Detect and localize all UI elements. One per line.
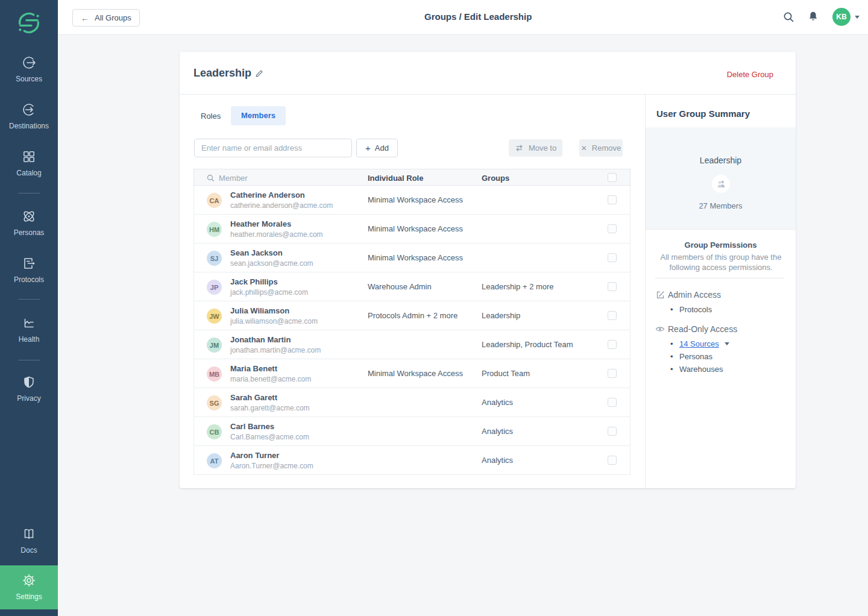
sidebar-item-settings[interactable]: Settings <box>0 565 58 609</box>
avatar: HM <box>207 222 222 237</box>
avatar: AT <box>207 453 222 468</box>
edit-square-icon <box>655 290 665 300</box>
member-groups: Analytics <box>482 427 513 436</box>
row-checkbox[interactable] <box>608 253 617 262</box>
sidebar-item-label: Docs <box>0 546 58 555</box>
row-checkbox[interactable] <box>608 369 617 378</box>
avatar: JM <box>207 338 222 353</box>
sidebar-item-destinations[interactable]: Destinations <box>0 102 58 130</box>
member-filter-search-icon[interactable] <box>207 174 215 184</box>
sidebar-item-label: Settings <box>0 592 58 601</box>
row-checkbox[interactable] <box>608 456 617 465</box>
member-name: Jonathan Martin <box>230 335 291 344</box>
members-group-icon <box>712 175 730 193</box>
sidebar-item-protocols[interactable]: Protocols <box>0 256 58 284</box>
member-name: Aaron Turner <box>230 451 279 460</box>
member-email: Aaron.Turner@acme.com <box>230 462 313 470</box>
permission-item-warehouses: •Warehouses <box>670 365 723 374</box>
summary-group-name: Leadership <box>646 156 796 165</box>
row-checkbox[interactable] <box>608 224 617 233</box>
member-email: heather.morales@acme.com <box>230 230 323 239</box>
row-checkbox[interactable] <box>608 311 617 320</box>
member-groups: Product Team <box>482 369 530 378</box>
sidebar-item-personas[interactable]: Personas <box>0 209 58 237</box>
row-checkbox[interactable] <box>608 340 617 349</box>
delete-group-button[interactable]: Delete Group <box>727 70 773 79</box>
table-row: JP Jack Phillips jack.phillips@acme.com … <box>193 272 631 301</box>
permission-label: Personas <box>679 352 712 361</box>
sidebar-item-label: Personas <box>0 228 58 237</box>
summary-member-count: 27 Members <box>646 201 796 210</box>
table-row: HM Heather Morales heather.morales@acme.… <box>193 215 631 244</box>
user-avatar[interactable]: KB <box>832 8 851 26</box>
edit-group-name-pencil-icon[interactable] <box>254 69 263 80</box>
member-individual-role: Protocols Admin + 2 more <box>368 311 458 320</box>
permission-label: Protocols <box>679 305 712 314</box>
sidebar-item-label: Privacy <box>0 394 58 403</box>
page-title: Groups / Edit Leadership <box>424 11 532 22</box>
select-all-checkbox[interactable] <box>608 173 617 182</box>
member-name: Heather Morales <box>230 219 291 228</box>
member-groups: Analytics <box>482 398 513 407</box>
tab-roles[interactable]: Roles <box>201 112 221 121</box>
search-icon[interactable] <box>783 11 794 25</box>
read-only-access-row: Read-Only Access <box>655 324 737 334</box>
sidebar-item-label: Protocols <box>0 275 58 284</box>
notifications-bell-icon[interactable] <box>808 11 819 25</box>
sidebar-item-catalog[interactable]: Catalog <box>0 149 58 177</box>
column-header-member[interactable]: Member <box>219 174 248 183</box>
user-menu-caret-icon[interactable] <box>855 16 860 19</box>
admin-access-row: Admin Access <box>655 290 721 300</box>
eye-icon <box>655 324 665 334</box>
docs-icon <box>0 526 58 542</box>
row-checkbox[interactable] <box>608 427 617 436</box>
permission-item-14-sources[interactable]: •14 Sources <box>670 339 729 348</box>
row-checkbox[interactable] <box>608 398 617 407</box>
member-search-input[interactable] <box>194 139 352 157</box>
permission-label: Warehouses <box>679 365 723 374</box>
edit-group-card: Leadership Delete Group Roles Members + … <box>180 52 796 488</box>
group-name-title: Leadership <box>193 67 251 80</box>
sidebar: SourcesDestinationsCatalogPersonasProtoc… <box>0 0 58 616</box>
group-card-header: Leadership Delete Group <box>180 52 796 95</box>
personas-icon <box>0 209 58 224</box>
top-header: ← All Groups Groups / Edit Leadership KB <box>58 0 868 35</box>
member-name: Catherine Anderson <box>230 190 305 200</box>
add-label: Add <box>375 143 389 152</box>
privacy-icon <box>0 374 58 390</box>
tab-members[interactable]: Members <box>231 106 286 125</box>
table-row: MB Maria Benett maria.benett@acme.com Mi… <box>193 359 631 388</box>
member-email: jack.phillips@acme.com <box>230 288 308 297</box>
member-email: julia.wiliamson@acme.com <box>230 317 318 325</box>
sources-count-link[interactable]: 14 Sources <box>679 339 719 348</box>
row-checkbox[interactable] <box>608 282 617 291</box>
segment-logo-icon[interactable] <box>0 8 58 37</box>
table-row: SG Sarah Garett sarah.garett@acme.com An… <box>193 388 631 417</box>
chevron-down-icon[interactable] <box>725 342 729 345</box>
move-to-button[interactable]: Move to <box>509 139 562 157</box>
sidebar-divider <box>18 360 40 360</box>
back-arrow-icon: ← <box>81 14 89 22</box>
member-name: Sean Jackson <box>230 248 283 257</box>
all-groups-back-button[interactable]: ← All Groups <box>72 9 140 27</box>
member-email: jonathan.martin@acme.com <box>230 346 321 354</box>
table-row: AT Aaron Turner Aaron.Turner@acme.com An… <box>193 446 631 475</box>
sidebar-item-label: Health <box>0 335 58 344</box>
sidebar-item-health[interactable]: Health <box>0 315 58 344</box>
member-groups: Leadership + 2 more <box>482 282 554 291</box>
member-email: Carl.Barnes@acme.com <box>230 433 309 441</box>
sidebar-item-sources[interactable]: Sources <box>0 55 58 83</box>
add-member-button[interactable]: + Add <box>356 139 398 157</box>
permissions-divider <box>655 278 784 278</box>
sidebar-item-docs[interactable]: Docs <box>0 526 58 555</box>
bullet-dot: • <box>670 365 679 374</box>
table-row: SJ Sean Jackson sean.jackson@acme.com Mi… <box>193 244 631 272</box>
member-email: catherine.anderson@acme.com <box>230 201 333 210</box>
sidebar-item-label: Destinations <box>0 122 58 130</box>
sidebar-item-privacy[interactable]: Privacy <box>0 374 58 403</box>
member-individual-role: Minimal Workspace Access <box>368 369 463 378</box>
remove-button[interactable]: ✕ Remove <box>579 139 623 157</box>
row-checkbox[interactable] <box>608 195 617 204</box>
member-table-body: CA Catherine Anderson catherine.anderson… <box>193 186 631 475</box>
member-groups: Leadership, Product Team <box>482 340 573 349</box>
